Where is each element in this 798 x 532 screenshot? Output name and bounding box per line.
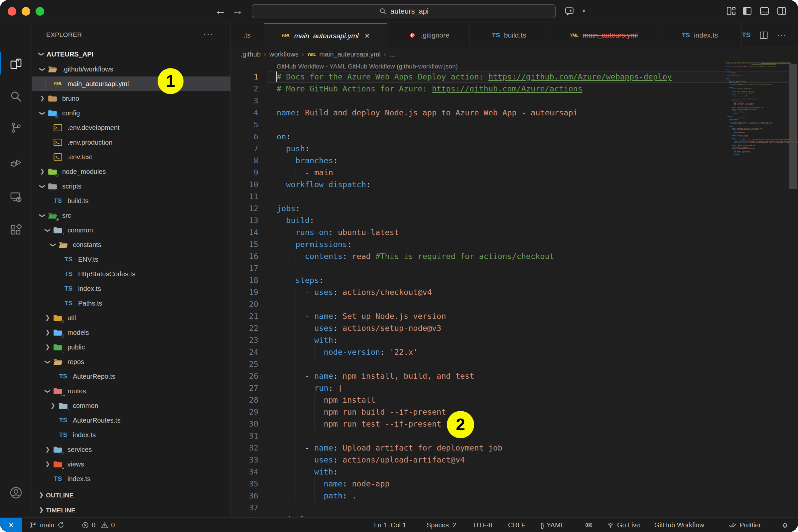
toggle-secondary-sidebar-icon[interactable]	[777, 6, 787, 16]
tree-item-scripts[interactable]: ❯‹›scripts	[32, 179, 230, 193]
outline-section[interactable]: ❯OUTLINE	[32, 488, 230, 502]
code-line-14[interactable]: 14 runs-on: ubuntu-latest	[231, 226, 798, 239]
line-number[interactable]: 19	[231, 286, 258, 298]
activity-source-control-icon[interactable]	[0, 116, 32, 140]
code-line-9[interactable]: 9 - main	[231, 167, 798, 178]
activity-remote-explorer-icon[interactable]	[0, 185, 32, 209]
code-line-20[interactable]: 20	[231, 298, 798, 310]
line-number[interactable]: 24	[231, 346, 258, 358]
tree-item-views[interactable]: ❯‹›views	[32, 457, 230, 472]
code-line-28[interactable]: 28 npm install	[231, 394, 798, 406]
code-line-10[interactable]: 10 workflow_dispatch:	[231, 178, 798, 191]
code-line-36[interactable]: 36 path: .	[231, 490, 798, 502]
line-number[interactable]: 27	[231, 382, 258, 394]
status-indentation[interactable]: Spaces: 2	[426, 518, 456, 532]
code-line-13[interactable]: 13 build:	[231, 214, 798, 226]
tree-item-services[interactable]: ❯⚙services	[32, 442, 230, 457]
status-encoding[interactable]: UTF-8	[474, 518, 492, 532]
code-line-25[interactable]: 25	[231, 358, 798, 370]
code-line-3[interactable]: 3	[231, 95, 798, 107]
code-line-12[interactable]: 12jobs:	[231, 203, 798, 214]
breadcrumb-symbol[interactable]: …	[390, 51, 396, 58]
status-notifications[interactable]	[781, 518, 790, 532]
code-line-38[interactable]: 38 deploy:	[231, 514, 798, 517]
line-number[interactable]: 36	[231, 490, 258, 502]
line-number[interactable]: 25	[231, 358, 258, 370]
tree-item-httpstatuscodes-ts[interactable]: TSHttpStatusCodes.ts	[32, 267, 230, 281]
line-number[interactable]: 13	[231, 214, 258, 226]
code-editor[interactable]: GitHub Workflow - YAML GitHub Workflow (…	[231, 62, 798, 517]
remote-indicator[interactable]	[0, 518, 22, 532]
traffic-light-zoom[interactable]	[36, 7, 44, 16]
line-number[interactable]: 32	[231, 442, 258, 454]
code-line-26[interactable]: 26 - name: npm install, build, and test	[231, 370, 798, 382]
line-number[interactable]: 7	[231, 142, 258, 155]
line-number[interactable]: 31	[231, 430, 258, 442]
line-number[interactable]: 20	[231, 298, 258, 310]
customize-layout-icon[interactable]	[726, 6, 736, 16]
code-line-17[interactable]: 17	[231, 262, 798, 274]
code-line-21[interactable]: 21 - name: Set up Node.js version	[231, 310, 798, 322]
tree-item-routes[interactable]: ❯●●●routes	[32, 384, 230, 398]
split-editor-icon[interactable]	[759, 31, 768, 40]
tree-item-index-ts[interactable]: TSindex.ts	[32, 428, 230, 442]
code-line-32[interactable]: 32 - name: Upload artifact for deploymen…	[231, 442, 798, 454]
line-number[interactable]: 18	[231, 274, 258, 286]
tab-main-auteursapi-yml[interactable]: YMLmain_auteursapi.yml×	[264, 23, 387, 47]
line-number[interactable]: 11	[231, 191, 258, 203]
problems-indicator[interactable]: 0 0	[81, 518, 115, 532]
toggle-panel-icon[interactable]	[759, 6, 770, 16]
line-number[interactable]: 16	[231, 250, 258, 262]
code-line-18[interactable]: 18 steps:	[231, 274, 798, 286]
code-line-33[interactable]: 33 uses: actions/upload-artifact@v4	[231, 454, 798, 466]
tree-item-util[interactable]: ❯⚒util	[32, 310, 230, 325]
tree-item-node-modules[interactable]: ❯⬡node_modules	[32, 164, 230, 179]
code-line-35[interactable]: 35 name: node-app	[231, 478, 798, 490]
tree-item-repos[interactable]: ❯repos	[32, 355, 230, 369]
line-number[interactable]: 17	[231, 262, 258, 274]
code-line-24[interactable]: 24 node-version: '22.x'	[231, 346, 798, 358]
code-line-15[interactable]: 15 permissions:	[231, 239, 798, 250]
line-number[interactable]: 35	[231, 478, 258, 490]
code-line-4[interactable]: 4name: Build and deploy Node.js app to A…	[231, 107, 798, 119]
timeline-section[interactable]: ❯TIMELINE	[32, 503, 230, 517]
line-number[interactable]: 3	[231, 95, 258, 107]
code-line-23[interactable]: 23 with:	[231, 334, 798, 346]
tree-item-models[interactable]: ❯❒models	[32, 325, 230, 340]
code-line-22[interactable]: 22 uses: actions/setup-node@v3	[231, 322, 798, 334]
tab-main-auteurs-yml[interactable]: YMLmain_auteurs.yml	[549, 23, 659, 47]
line-number[interactable]: 4	[231, 107, 258, 119]
status-language-mode[interactable]: {}YAML	[540, 518, 564, 532]
line-number[interactable]: 23	[231, 334, 258, 346]
tree-item-build-ts[interactable]: TSbuild.ts	[32, 193, 230, 208]
chevron-down-icon[interactable]: ▾	[583, 8, 585, 14]
tree-item-common[interactable]: ❯◑common	[32, 398, 230, 413]
status-prettier[interactable]: Prettier	[728, 518, 761, 532]
tree-item-public[interactable]: ❯●●public	[32, 340, 230, 355]
line-number[interactable]: 1	[231, 71, 258, 83]
traffic-light-close[interactable]	[8, 7, 16, 16]
tree-item-src[interactable]: ❯‹/›src	[32, 208, 230, 223]
tree-item-main-auteursapi-yml[interactable]: YMLmain_auteursapi.yml	[32, 76, 230, 91]
tree-item-common[interactable]: ❯◑common	[32, 223, 230, 238]
line-number[interactable]: 10	[231, 178, 258, 191]
tab-build-ts[interactable]: TSbuild.ts	[471, 23, 548, 47]
code-line-5[interactable]: 5	[231, 119, 798, 131]
breadcrumb-file[interactable]: main_auteursapi.yml	[319, 51, 381, 58]
code-line-2[interactable]: 2# More GitHub Actions for Azure: https:…	[231, 83, 798, 95]
line-number[interactable]: 22	[231, 322, 258, 334]
status-copilot[interactable]	[585, 518, 593, 532]
status-cursor-position[interactable]: Ln 1, Col 1	[374, 518, 406, 532]
tree-item-constants[interactable]: ❯constants	[32, 238, 230, 252]
code-line-27[interactable]: 27 run: |	[231, 382, 798, 394]
code-line-1[interactable]: 1# Docs for the Azure Web Apps Deploy ac…	[231, 71, 798, 83]
scrollbar-slider[interactable]	[789, 64, 797, 189]
explorer-more-actions[interactable]: ···	[203, 29, 214, 40]
line-number[interactable]: 34	[231, 466, 258, 478]
tree-item--env-test[interactable]: .env.test	[32, 150, 230, 164]
back-button[interactable]: ←	[214, 3, 226, 17]
traffic-light-minimize[interactable]	[22, 7, 30, 16]
code-line-37[interactable]: 37	[231, 502, 798, 514]
status-github-workflow[interactable]: GitHub Workflow	[654, 518, 704, 532]
line-number[interactable]: 15	[231, 239, 258, 250]
